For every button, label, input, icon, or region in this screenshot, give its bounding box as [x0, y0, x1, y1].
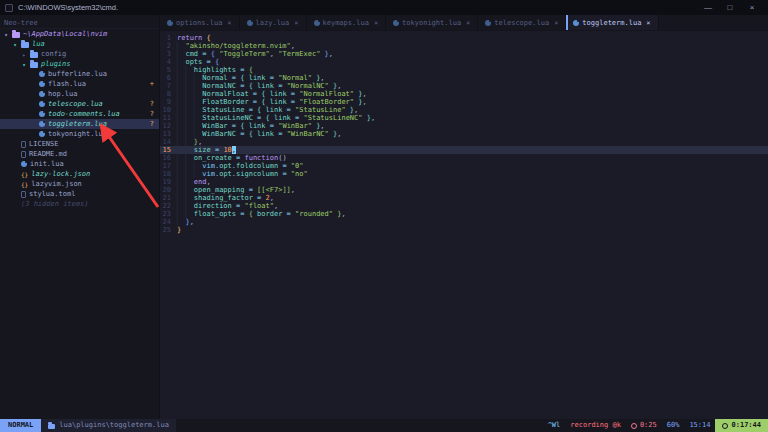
code-text: } [177, 226, 181, 234]
tree-item-label: init.lua [30, 160, 64, 168]
lua-icon [21, 161, 27, 167]
statusline-clock: 0:17:44 [715, 419, 768, 432]
git-status-badge: + [150, 80, 154, 88]
tree-item-label: LICENSE [29, 140, 59, 148]
chevron-right-icon: ▸ [21, 51, 27, 58]
clock-icon [631, 423, 637, 429]
code-line-1[interactable]: 1return { [160, 34, 768, 42]
code-line-21[interactable]: 21▏ ▏ shading_factor = 2, [160, 194, 768, 202]
lua-icon [39, 71, 45, 77]
folder-icon [21, 42, 29, 48]
code-line-11[interactable]: 11▏ ▏ ▏ StatusLineNC = { link = "StatusL… [160, 114, 768, 122]
tab-close-icon[interactable]: × [374, 19, 378, 27]
tree-item-license[interactable]: LICENSE [0, 139, 159, 149]
tree-item-label: config [41, 50, 66, 58]
tree-item-label: bufferline.lua [48, 70, 107, 78]
code-line-4[interactable]: 4▏ opts = { [160, 58, 768, 66]
lua-icon [485, 20, 491, 26]
code-line-3[interactable]: 3▏ cmd = { "ToggleTerm", "TermExec" }, [160, 50, 768, 58]
file-path-text: lua\plugins\toggleterm.lua [59, 419, 169, 432]
tab-close-icon[interactable]: × [466, 19, 470, 27]
tab-bar: options.lua×lazy.lua×keymaps.lua×tokyoni… [160, 15, 768, 31]
tab-toggleterm-lua[interactable]: toggleterm.lua× [566, 15, 658, 30]
code-line-20[interactable]: 20▏ ▏ open_mapping = [[<F7>]], [160, 186, 768, 194]
code-line-24[interactable]: 24▏ }, [160, 218, 768, 226]
tab-close-icon[interactable]: × [294, 19, 298, 27]
code-text: ▏ ▏ ▏ StatusLineNC = { link = "StatusLin… [177, 114, 375, 122]
line-number: 4 [160, 58, 177, 66]
code-line-10[interactable]: 10▏ ▏ ▏ StatusLine = { link = "StatusLin… [160, 106, 768, 114]
tree-item-lazy-lock-json[interactable]: {}lazy-lock.json [0, 169, 159, 179]
mode-indicator: NORMAL [0, 419, 41, 432]
code-line-23[interactable]: 23▏ ▏ float_opts = { border = "rounded" … [160, 210, 768, 218]
tab-keymaps-lua[interactable]: keymaps.lua× [307, 15, 387, 30]
tab-telescope-lua[interactable]: telescope.lua× [478, 15, 566, 30]
tab-close-icon[interactable]: × [554, 19, 558, 27]
folder-icon [48, 424, 55, 429]
close-button[interactable]: × [741, 0, 763, 15]
code-line-7[interactable]: 7▏ ▏ ▏ NormalNC = { link = "NormalNC" }, [160, 82, 768, 90]
statusline-percent: 60% [662, 419, 685, 432]
tree-item-init-lua[interactable]: init.lua [0, 159, 159, 169]
line-number: 22 [160, 202, 177, 210]
code-line-22[interactable]: 22▏ ▏ direction = "float", [160, 202, 768, 210]
code-line-13[interactable]: 13▏ ▏ ▏ WinBarNC = { link = "WinBarNC" }… [160, 130, 768, 138]
code-line-16[interactable]: 16▏ ▏ on_create = function() [160, 154, 768, 162]
code-line-18[interactable]: 18▏ ▏ ▏ vim.opt.signcolumn = "no" [160, 170, 768, 178]
status-line: NORMAL lua\plugins\toggleterm.lua ^Wlrec… [0, 419, 768, 432]
tab-tokyonight-lua[interactable]: tokyonight.lua× [386, 15, 478, 30]
code-line-2[interactable]: 2▏ "akinsho/toggleterm.nvim", [160, 42, 768, 50]
tree-item-readme-md[interactable]: README.md [0, 149, 159, 159]
code-text: ▏ opts = { [177, 58, 219, 66]
file-path: lua\plugins\toggleterm.lua [41, 419, 176, 432]
tree-item-bufferline-lua[interactable]: bufferline.lua [0, 69, 159, 79]
tree-item-stylua-toml[interactable]: stylua.toml [0, 189, 159, 199]
neotree-sidebar: Neo-tree ▾~\AppData\Local\nvim▾lua▸confi… [0, 15, 160, 419]
tree-item-lazyvim-json[interactable]: {}lazyvim.json [0, 179, 159, 189]
folder-icon [30, 62, 38, 68]
code-text: ▏ ▏ size = 10, [177, 146, 236, 154]
tree-item-toggleterm-lua[interactable]: toggleterm.lua? [0, 119, 159, 129]
tree-item-flash-lua[interactable]: flash.lua+ [0, 79, 159, 89]
lua-icon [314, 20, 320, 26]
tab-close-icon[interactable]: × [646, 19, 650, 27]
code-line-15[interactable]: 15▏ ▏ size = 10, [160, 146, 768, 154]
lua-icon [39, 131, 45, 137]
code-line-14[interactable]: 14▏ ▏ }, [160, 138, 768, 146]
maximize-button[interactable]: □ [719, 0, 741, 15]
tree-item-telescope-lua[interactable]: telescope.lua? [0, 99, 159, 109]
line-number: 3 [160, 50, 177, 58]
editor[interactable]: 1return {2▏ "akinsho/toggleterm.nvim",3▏… [160, 31, 768, 419]
tree-item-appdata-local-nvim[interactable]: ▾~\AppData\Local\nvim [0, 29, 159, 39]
lua-icon [39, 91, 45, 97]
code-line-12[interactable]: 12▏ ▏ ▏ WinBar = { link = "WinBar" }, [160, 122, 768, 130]
minimize-button[interactable]: — [697, 0, 719, 15]
code-line-8[interactable]: 8▏ ▏ ▏ NormalFloat = { link = "NormalFlo… [160, 90, 768, 98]
tab-lazy-lua[interactable]: lazy.lua× [240, 15, 307, 30]
code-line-9[interactable]: 9▏ ▏ ▏ FloatBorder = { link = "FloatBord… [160, 98, 768, 106]
code-line-25[interactable]: 25} [160, 226, 768, 234]
tree-item-lua[interactable]: ▾lua [0, 39, 159, 49]
code-line-5[interactable]: 5▏ ▏ highlights = { [160, 66, 768, 74]
tab-options-lua[interactable]: options.lua× [160, 15, 240, 30]
tree-item-label: ~\AppData\Local\nvim [23, 30, 107, 38]
code-line-19[interactable]: 19▏ ▏ end, [160, 178, 768, 186]
code-line-17[interactable]: 17▏ ▏ ▏ vim.opt.foldcolumn = "0" [160, 162, 768, 170]
statusline-timer: 0:25 [626, 419, 662, 432]
tree-item-plugins[interactable]: ▾plugins [0, 59, 159, 69]
code-text: ▏ ▏ }, [177, 138, 202, 146]
code-text: ▏ ▏ shading_factor = 2, [177, 194, 274, 202]
code-line-6[interactable]: 6▏ ▏ ▏ Normal = { link = "Normal" }, [160, 74, 768, 82]
tree-item-todo-comments-lua[interactable]: todo-comments.lua? [0, 109, 159, 119]
line-number: 16 [160, 154, 177, 162]
tree-item-3-hidden-items[interactable]: (3 hidden items) [0, 199, 159, 209]
line-number: 25 [160, 226, 177, 234]
tab-close-icon[interactable]: × [227, 19, 231, 27]
tree-item-hop-lua[interactable]: hop.lua [0, 89, 159, 99]
line-number: 14 [160, 138, 177, 146]
tree-item-tokyonight-lua[interactable]: tokyonight.lua [0, 129, 159, 139]
lua-icon [393, 20, 399, 26]
tree-item-config[interactable]: ▸config [0, 49, 159, 59]
statusline-right: ^Wlrecording @k0:2560%15:140:17:44 [543, 419, 768, 432]
code-text: ▏ ▏ end, [177, 178, 211, 186]
